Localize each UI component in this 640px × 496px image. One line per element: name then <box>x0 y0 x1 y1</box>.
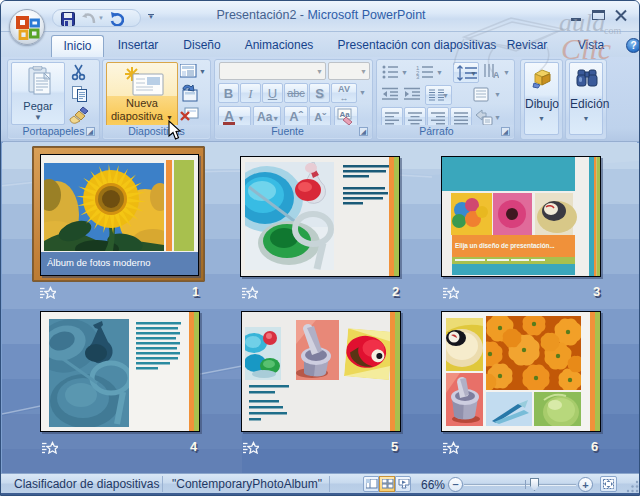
svg-text:3: 3 <box>416 74 420 79</box>
svg-text:A: A <box>493 70 499 80</box>
svg-text:Álbum de fotos moderno: Álbum de fotos moderno <box>47 257 151 268</box>
svg-text:Elija un diseño de presentació: Elija un diseño de presentación... <box>455 242 555 250</box>
